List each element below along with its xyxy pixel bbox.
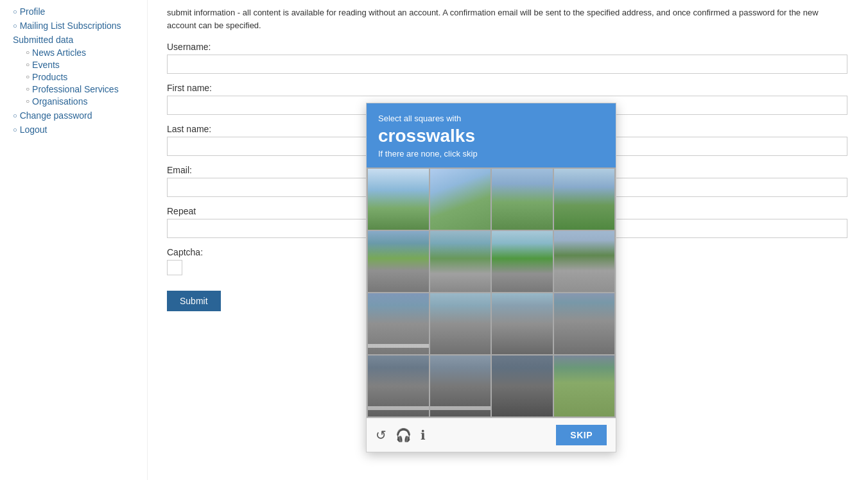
intro-paragraph: submit information - all content is avai… [167,6,847,31]
captcha-footer: ↺ 🎧 ℹ SKIP [367,418,616,452]
username-label: Username: [167,42,849,52]
firstname-label: First name: [167,83,849,93]
sidebar-item-products[interactable]: Products [26,72,141,82]
captcha-tile-14[interactable] [492,356,553,416]
sidebar-link-profile[interactable]: Profile [13,6,141,17]
username-input[interactable] [167,55,847,74]
captcha-tile-4[interactable] [368,231,429,292]
refresh-icon[interactable]: ↺ [376,427,386,443]
sidebar-item-submitted-data: Submitted data News Articles Events Prod… [13,35,141,107]
sidebar-link-mailing-list[interactable]: Mailing List Subscriptions [13,21,141,31]
captcha-tile-1[interactable] [430,169,491,230]
captcha-tile-2[interactable] [492,169,553,230]
sidebar-link-logout[interactable]: Logout [13,124,141,135]
sidebar-link-change-password[interactable]: Change password [13,110,141,121]
sidebar-item-organisations[interactable]: Organisations [26,96,141,107]
audio-icon[interactable]: 🎧 [395,427,412,443]
sidebar-link-organisations[interactable]: Organisations [32,96,87,107]
sidebar-link-events[interactable]: Events [32,60,60,70]
sidebar-item-mailing-list[interactable]: Mailing List Subscriptions [13,21,141,31]
captcha-keyword: crosswalks [378,126,604,146]
username-group: Username: [167,42,849,74]
captcha-tile-5[interactable] [430,231,491,292]
captcha-checkbox[interactable] [167,260,182,275]
captcha-subtext: If there are none, click skip [378,149,604,159]
captcha-tile-10[interactable] [492,293,553,354]
captcha-modal-overlay: Select all squares with crosswalks If th… [366,103,616,452]
main-content: submit information - all content is avai… [148,0,868,480]
captcha-select-text: Select all squares with [378,114,604,123]
sidebar-link-professional-services[interactable]: Professional Services [32,84,119,94]
captcha-tile-7[interactable] [554,231,615,292]
sidebar-item-change-password[interactable]: Change password [13,110,141,121]
sidebar-item-news-articles[interactable]: News Articles [26,47,141,58]
sidebar-item-logout[interactable]: Logout [13,124,141,135]
info-icon[interactable]: ℹ [421,427,426,443]
captcha-grid [367,167,616,418]
sidebar-label-submitted-data: Submitted data [13,35,141,45]
captcha-tile-9[interactable] [430,293,491,354]
sidebar-item-profile[interactable]: Profile [13,6,141,17]
sidebar: Profile Mailing List Subscriptions Submi… [0,0,148,480]
captcha-footer-icons: ↺ 🎧 ℹ [376,427,426,443]
captcha-tile-13[interactable] [430,356,491,416]
captcha-modal: Select all squares with crosswalks If th… [366,103,616,452]
captcha-tile-3[interactable] [554,169,615,230]
submit-button[interactable]: Submit [167,291,221,311]
sidebar-link-news-articles[interactable]: News Articles [32,47,86,58]
captcha-tile-11[interactable] [554,293,615,354]
captcha-tile-12[interactable] [368,356,429,416]
sidebar-item-events[interactable]: Events [26,60,141,70]
captcha-tile-8[interactable] [368,293,429,354]
captcha-tile-15[interactable] [554,356,615,416]
captcha-tile-6[interactable] [492,231,553,292]
captcha-header: Select all squares with crosswalks If th… [367,103,616,167]
captcha-tile-0[interactable] [368,169,429,230]
skip-button[interactable]: SKIP [556,425,607,445]
sidebar-item-professional-services[interactable]: Professional Services [26,84,141,94]
sidebar-link-products[interactable]: Products [32,72,67,82]
